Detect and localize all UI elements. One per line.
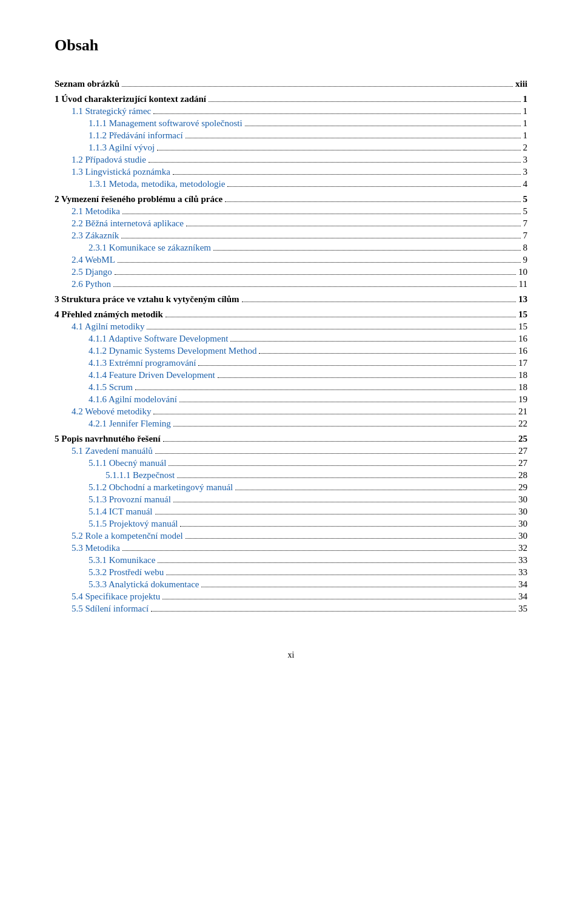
toc-entry-4.1.6: 4.1.6 Agilní modelování19 [55,394,527,405]
toc-label-1.1: 1.1 Strategický rámec [72,106,151,116]
toc-page-4.2: 21 [518,406,527,417]
toc-dots-5.1.3 [173,502,516,502]
toc-page-5.1: 27 [518,446,527,456]
toc-entry-4.1: 4.1 Agilní metodiky15 [55,322,527,332]
toc-page-2.2: 7 [523,218,528,229]
toc-label-2.2: 2.2 Běžná internetová aplikace [72,218,184,229]
toc-dots-2.3 [121,238,520,238]
toc-label-1.3: 1.3 Lingvistická poznámka [72,167,170,177]
toc-page-ch4: 15 [518,309,527,320]
toc-dots-list-of-figures [122,86,513,87]
toc-label-4.2.1: 4.2.1 Jennifer Fleming [89,419,171,429]
toc-label-5.1.1.1: 5.1.1.1 Bezpečnost [105,470,175,481]
toc-entry-1.1.2: 1.1.2 Předávání informací1 [55,130,527,141]
toc-label-4.1.4: 4.1.4 Feature Driven Development [89,370,215,380]
toc-container: Seznam obrázkůxiii1 Úvod charakterizujíc… [55,79,527,614]
toc-label-4.1: 4.1 Agilní metodiky [72,322,144,332]
toc-dots-ch4 [166,317,516,317]
toc-dots-2.1 [122,214,521,214]
toc-dots-4.2 [153,414,516,414]
toc-page-5.3: 32 [518,543,527,553]
toc-page-4.1.4: 18 [518,370,527,380]
toc-entry-2.3.1: 2.3.1 Komunikace se zákazníkem8 [55,243,527,253]
toc-dots-5.1 [155,453,516,454]
toc-page-4.1.1: 16 [518,334,527,344]
toc-entry-5.1.5: 5.1.5 Projektový manuál30 [55,519,527,529]
toc-label-4.1.3: 4.1.3 Extrémní programování [89,358,196,368]
toc-label-1.1.3: 1.1.3 Agilní vývoj [89,143,155,153]
toc-label-list-of-figures: Seznam obrázků [55,79,119,89]
toc-entry-2.4: 2.4 WebML9 [55,255,527,265]
toc-label-5.1.1: 5.1.1 Obecný manuál [89,458,166,468]
toc-label-5.3: 5.3 Metodika [72,543,120,553]
toc-dots-5.5 [151,611,516,612]
toc-entry-1.3: 1.3 Lingvistická poznámka3 [55,167,527,177]
toc-page-5.2: 30 [518,531,527,541]
toc-label-1.1.1: 1.1.1 Management softwarové společnosti [89,118,242,129]
toc-entry-5.3.1: 5.3.1 Komunikace33 [55,555,527,565]
toc-label-2.3.1: 2.3.1 Komunikace se zákazníkem [89,243,211,253]
toc-label-1.3.1: 1.3.1 Metoda, metodika, metodologie [89,179,225,189]
toc-entry-5.4: 5.4 Specifikace projektu34 [55,592,527,602]
toc-label-5.1: 5.1 Zavedení manuálů [72,446,153,456]
toc-dots-5.3.2 [166,575,516,575]
toc-dots-1.1.3 [157,150,520,150]
toc-label-5.1.2: 5.1.2 Obchodní a marketingový manuál [89,482,233,493]
toc-dots-4.1.1 [230,341,516,342]
toc-page-4.2.1: 22 [518,419,527,429]
toc-dots-1.2 [149,162,521,163]
toc-dots-2.4 [118,262,521,263]
toc-label-5.5: 5.5 Sdílení informací [72,604,149,614]
toc-entry-ch2: 2 Vymezení řešeného problému a cílů prác… [55,194,527,204]
toc-page-5.1.4: 30 [518,507,527,517]
toc-page-4.1.5: 18 [518,382,527,393]
toc-dots-5.1.2 [235,490,516,490]
toc-page-5.1.1: 27 [518,458,527,468]
toc-entry-5.1: 5.1 Zavedení manuálů27 [55,446,527,456]
toc-page-5.1.3: 30 [518,494,527,505]
toc-entry-4.2.1: 4.2.1 Jennifer Fleming22 [55,419,527,429]
toc-page-5.1.5: 30 [518,519,527,529]
toc-page-5.3.3: 34 [518,579,527,590]
toc-dots-2.5 [115,274,516,275]
toc-entry-ch4: 4 Přehled známých metodik15 [55,309,527,320]
page-title: Obsah [55,36,527,55]
toc-entry-1.2: 1.2 Případová studie3 [55,155,527,165]
toc-entry-4.1.4: 4.1.4 Feature Driven Development18 [55,370,527,380]
toc-page-2.1: 5 [523,206,528,217]
toc-page-1.1: 1 [523,106,528,116]
toc-dots-4.1.4 [218,377,516,378]
toc-entry-2.2: 2.2 Běžná internetová aplikace7 [55,218,527,229]
toc-page-1.1.3: 2 [523,143,528,153]
toc-dots-4.1.3 [198,365,516,366]
toc-dots-5.2 [186,538,516,539]
toc-label-ch1: 1 Úvod charakterizující kontext zadání [55,94,206,104]
toc-page-ch5: 25 [518,434,527,444]
toc-label-5.3.1: 5.3.1 Komunikace [89,555,155,565]
toc-label-2.3: 2.3 Zákazník [72,231,119,241]
toc-dots-1.3 [173,174,521,175]
toc-dots-2.2 [186,226,521,226]
toc-dots-5.1.4 [155,514,516,514]
toc-entry-1.1.1: 1.1.1 Management softwarové společnosti1 [55,118,527,129]
toc-page-1.3: 3 [523,167,528,177]
toc-label-2.4: 2.4 WebML [72,255,115,265]
toc-page-5.5: 35 [518,604,527,614]
toc-entry-1.1.3: 1.1.3 Agilní vývoj2 [55,143,527,153]
toc-dots-ch2 [225,201,520,202]
toc-dots-5.1.1 [169,465,516,466]
toc-label-2.1: 2.1 Metodika [72,206,120,217]
toc-entry-5.1.2: 5.1.2 Obchodní a marketingový manuál29 [55,482,527,493]
toc-page-2.6: 11 [519,279,527,289]
toc-page-1.3.1: 4 [523,179,528,189]
toc-dots-5.4 [162,599,516,599]
toc-label-2.6: 2.6 Python [72,279,111,289]
toc-entry-2.5: 2.5 Django10 [55,267,527,277]
toc-page-4.1.3: 17 [518,358,527,368]
toc-label-4.1.6: 4.1.6 Agilní modelování [89,394,177,405]
toc-entry-5.5: 5.5 Sdílení informací35 [55,604,527,614]
toc-label-4.1.2: 4.1.2 Dynamic Systems Development Method [89,346,256,356]
toc-label-ch3: 3 Struktura práce ve vztahu k vytyčeným … [55,294,239,305]
toc-entry-ch1: 1 Úvod charakterizující kontext zadání1 [55,94,527,104]
toc-dots-1.1.2 [186,138,521,138]
